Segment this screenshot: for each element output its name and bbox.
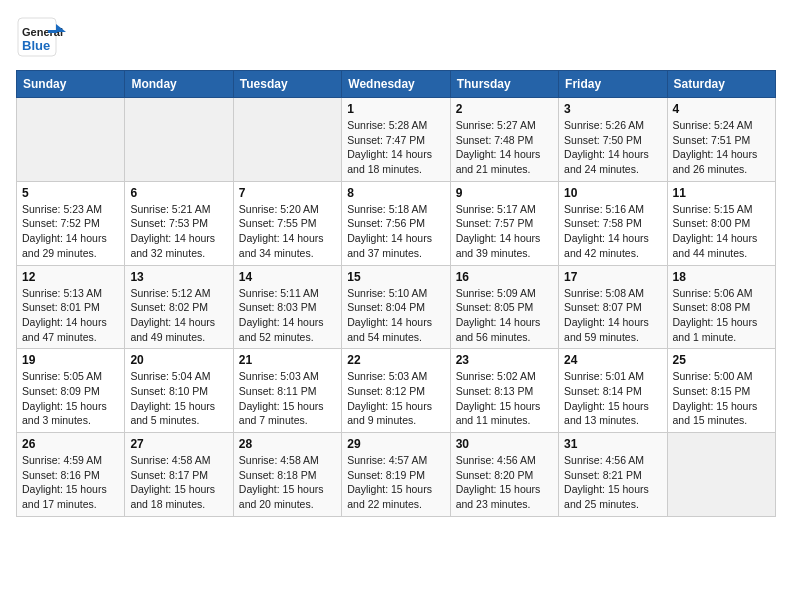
calendar-week-row: 26Sunrise: 4:59 AM Sunset: 8:16 PM Dayli… <box>17 433 776 517</box>
calendar-cell: 9Sunrise: 5:17 AM Sunset: 7:57 PM Daylig… <box>450 181 558 265</box>
calendar-cell: 2Sunrise: 5:27 AM Sunset: 7:48 PM Daylig… <box>450 98 558 182</box>
calendar-cell: 28Sunrise: 4:58 AM Sunset: 8:18 PM Dayli… <box>233 433 341 517</box>
day-info: Sunrise: 5:28 AM Sunset: 7:47 PM Dayligh… <box>347 118 444 177</box>
weekday-header-sunday: Sunday <box>17 71 125 98</box>
calendar-cell: 25Sunrise: 5:00 AM Sunset: 8:15 PM Dayli… <box>667 349 775 433</box>
calendar-cell: 17Sunrise: 5:08 AM Sunset: 8:07 PM Dayli… <box>559 265 667 349</box>
day-number: 28 <box>239 437 336 451</box>
day-info: Sunrise: 5:10 AM Sunset: 8:04 PM Dayligh… <box>347 286 444 345</box>
day-number: 17 <box>564 270 661 284</box>
day-number: 9 <box>456 186 553 200</box>
weekday-header-wednesday: Wednesday <box>342 71 450 98</box>
calendar-cell: 23Sunrise: 5:02 AM Sunset: 8:13 PM Dayli… <box>450 349 558 433</box>
day-number: 19 <box>22 353 119 367</box>
day-number: 31 <box>564 437 661 451</box>
day-info: Sunrise: 5:04 AM Sunset: 8:10 PM Dayligh… <box>130 369 227 428</box>
calendar-cell: 5Sunrise: 5:23 AM Sunset: 7:52 PM Daylig… <box>17 181 125 265</box>
day-number: 29 <box>347 437 444 451</box>
calendar-cell: 18Sunrise: 5:06 AM Sunset: 8:08 PM Dayli… <box>667 265 775 349</box>
day-info: Sunrise: 4:58 AM Sunset: 8:17 PM Dayligh… <box>130 453 227 512</box>
day-info: Sunrise: 4:59 AM Sunset: 8:16 PM Dayligh… <box>22 453 119 512</box>
day-info: Sunrise: 5:13 AM Sunset: 8:01 PM Dayligh… <box>22 286 119 345</box>
day-info: Sunrise: 5:26 AM Sunset: 7:50 PM Dayligh… <box>564 118 661 177</box>
weekday-header-saturday: Saturday <box>667 71 775 98</box>
day-number: 3 <box>564 102 661 116</box>
day-info: Sunrise: 5:03 AM Sunset: 8:11 PM Dayligh… <box>239 369 336 428</box>
day-info: Sunrise: 5:17 AM Sunset: 7:57 PM Dayligh… <box>456 202 553 261</box>
calendar-cell: 20Sunrise: 5:04 AM Sunset: 8:10 PM Dayli… <box>125 349 233 433</box>
calendar-cell: 3Sunrise: 5:26 AM Sunset: 7:50 PM Daylig… <box>559 98 667 182</box>
day-info: Sunrise: 5:09 AM Sunset: 8:05 PM Dayligh… <box>456 286 553 345</box>
day-number: 30 <box>456 437 553 451</box>
day-number: 18 <box>673 270 770 284</box>
day-number: 6 <box>130 186 227 200</box>
day-info: Sunrise: 5:05 AM Sunset: 8:09 PM Dayligh… <box>22 369 119 428</box>
day-number: 2 <box>456 102 553 116</box>
day-info: Sunrise: 5:24 AM Sunset: 7:51 PM Dayligh… <box>673 118 770 177</box>
day-info: Sunrise: 5:03 AM Sunset: 8:12 PM Dayligh… <box>347 369 444 428</box>
day-info: Sunrise: 5:20 AM Sunset: 7:55 PM Dayligh… <box>239 202 336 261</box>
weekday-header-friday: Friday <box>559 71 667 98</box>
calendar-cell: 10Sunrise: 5:16 AM Sunset: 7:58 PM Dayli… <box>559 181 667 265</box>
day-number: 22 <box>347 353 444 367</box>
calendar-cell: 15Sunrise: 5:10 AM Sunset: 8:04 PM Dayli… <box>342 265 450 349</box>
weekday-header-thursday: Thursday <box>450 71 558 98</box>
day-info: Sunrise: 5:06 AM Sunset: 8:08 PM Dayligh… <box>673 286 770 345</box>
weekday-header-monday: Monday <box>125 71 233 98</box>
day-number: 27 <box>130 437 227 451</box>
day-number: 25 <box>673 353 770 367</box>
calendar-cell: 7Sunrise: 5:20 AM Sunset: 7:55 PM Daylig… <box>233 181 341 265</box>
day-info: Sunrise: 4:58 AM Sunset: 8:18 PM Dayligh… <box>239 453 336 512</box>
day-number: 5 <box>22 186 119 200</box>
calendar-cell: 6Sunrise: 5:21 AM Sunset: 7:53 PM Daylig… <box>125 181 233 265</box>
weekday-header-tuesday: Tuesday <box>233 71 341 98</box>
day-info: Sunrise: 5:21 AM Sunset: 7:53 PM Dayligh… <box>130 202 227 261</box>
logo-svg-container: General Blue <box>16 16 66 58</box>
calendar-week-row: 19Sunrise: 5:05 AM Sunset: 8:09 PM Dayli… <box>17 349 776 433</box>
day-number: 7 <box>239 186 336 200</box>
day-number: 24 <box>564 353 661 367</box>
day-info: Sunrise: 5:15 AM Sunset: 8:00 PM Dayligh… <box>673 202 770 261</box>
calendar-cell: 14Sunrise: 5:11 AM Sunset: 8:03 PM Dayli… <box>233 265 341 349</box>
calendar-cell: 21Sunrise: 5:03 AM Sunset: 8:11 PM Dayli… <box>233 349 341 433</box>
calendar-week-row: 12Sunrise: 5:13 AM Sunset: 8:01 PM Dayli… <box>17 265 776 349</box>
day-number: 13 <box>130 270 227 284</box>
calendar-cell: 24Sunrise: 5:01 AM Sunset: 8:14 PM Dayli… <box>559 349 667 433</box>
calendar-cell: 19Sunrise: 5:05 AM Sunset: 8:09 PM Dayli… <box>17 349 125 433</box>
day-info: Sunrise: 4:57 AM Sunset: 8:19 PM Dayligh… <box>347 453 444 512</box>
calendar-week-row: 5Sunrise: 5:23 AM Sunset: 7:52 PM Daylig… <box>17 181 776 265</box>
day-info: Sunrise: 5:23 AM Sunset: 7:52 PM Dayligh… <box>22 202 119 261</box>
day-info: Sunrise: 5:08 AM Sunset: 8:07 PM Dayligh… <box>564 286 661 345</box>
day-info: Sunrise: 5:01 AM Sunset: 8:14 PM Dayligh… <box>564 369 661 428</box>
calendar-cell: 26Sunrise: 4:59 AM Sunset: 8:16 PM Dayli… <box>17 433 125 517</box>
calendar-cell: 4Sunrise: 5:24 AM Sunset: 7:51 PM Daylig… <box>667 98 775 182</box>
day-info: Sunrise: 5:12 AM Sunset: 8:02 PM Dayligh… <box>130 286 227 345</box>
calendar-cell: 27Sunrise: 4:58 AM Sunset: 8:17 PM Dayli… <box>125 433 233 517</box>
logo: General Blue <box>16 16 66 58</box>
calendar-cell <box>233 98 341 182</box>
calendar-cell: 12Sunrise: 5:13 AM Sunset: 8:01 PM Dayli… <box>17 265 125 349</box>
page-header: General Blue <box>16 16 776 58</box>
day-info: Sunrise: 5:27 AM Sunset: 7:48 PM Dayligh… <box>456 118 553 177</box>
calendar-cell: 13Sunrise: 5:12 AM Sunset: 8:02 PM Dayli… <box>125 265 233 349</box>
logo-graphic: General Blue <box>16 16 66 58</box>
calendar-cell: 22Sunrise: 5:03 AM Sunset: 8:12 PM Dayli… <box>342 349 450 433</box>
day-number: 10 <box>564 186 661 200</box>
calendar-cell: 1Sunrise: 5:28 AM Sunset: 7:47 PM Daylig… <box>342 98 450 182</box>
calendar-cell <box>125 98 233 182</box>
day-info: Sunrise: 5:00 AM Sunset: 8:15 PM Dayligh… <box>673 369 770 428</box>
calendar-cell: 30Sunrise: 4:56 AM Sunset: 8:20 PM Dayli… <box>450 433 558 517</box>
calendar-cell: 16Sunrise: 5:09 AM Sunset: 8:05 PM Dayli… <box>450 265 558 349</box>
day-info: Sunrise: 5:16 AM Sunset: 7:58 PM Dayligh… <box>564 202 661 261</box>
day-info: Sunrise: 4:56 AM Sunset: 8:21 PM Dayligh… <box>564 453 661 512</box>
day-number: 21 <box>239 353 336 367</box>
weekday-header-row: SundayMondayTuesdayWednesdayThursdayFrid… <box>17 71 776 98</box>
calendar-cell: 29Sunrise: 4:57 AM Sunset: 8:19 PM Dayli… <box>342 433 450 517</box>
calendar-table: SundayMondayTuesdayWednesdayThursdayFrid… <box>16 70 776 517</box>
day-number: 8 <box>347 186 444 200</box>
day-number: 4 <box>673 102 770 116</box>
day-number: 12 <box>22 270 119 284</box>
day-info: Sunrise: 5:18 AM Sunset: 7:56 PM Dayligh… <box>347 202 444 261</box>
day-info: Sunrise: 5:11 AM Sunset: 8:03 PM Dayligh… <box>239 286 336 345</box>
svg-text:Blue: Blue <box>22 38 50 53</box>
